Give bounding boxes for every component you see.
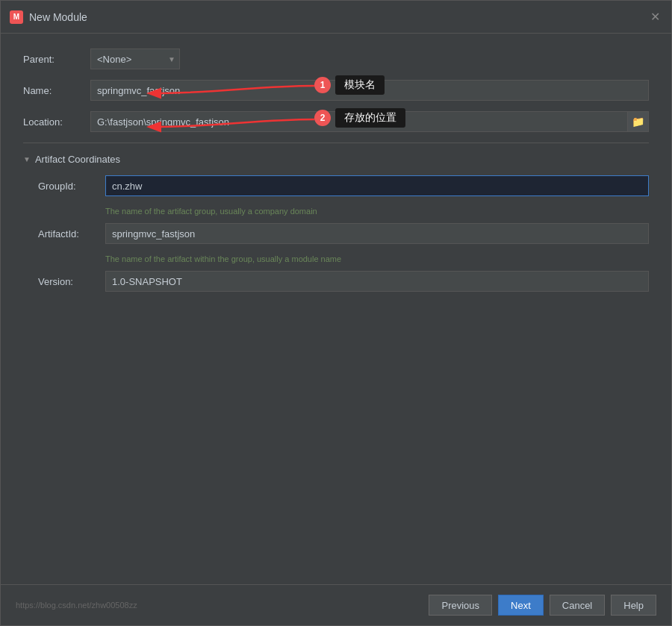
artifact-section-header[interactable]: ▼ Artifact Coordinates [23, 154, 649, 165]
parent-row: Parent: <None> ▼ [23, 48, 649, 69]
watermark: https://blog.csdn.net/zhw00508zz [16, 601, 137, 610]
parent-label: Parent: [23, 54, 90, 65]
groupid-input[interactable] [105, 175, 649, 196]
close-button[interactable]: ✕ [647, 10, 662, 25]
artifactid-hint: The name of the artifact within the grou… [105, 254, 649, 263]
artifact-section-content: GroupId: The name of the artifact group,… [23, 175, 649, 292]
location-label: Location: [23, 116, 90, 128]
artifactid-row: ArtifactId: [38, 223, 649, 244]
version-row: Version: [38, 271, 649, 292]
name-input[interactable] [90, 80, 649, 101]
title-bar: M New Module ✕ [1, 1, 671, 34]
location-row: Location: 📁 [23, 111, 649, 132]
version-input[interactable] [105, 271, 649, 292]
dialog: M New Module ✕ Parent: <None> ▼ Name: Lo… [0, 0, 672, 626]
app-icon: M [10, 10, 23, 24]
form-content: Parent: <None> ▼ Name: Location: 📁 ▼ Art… [1, 34, 671, 584]
artifactid-label: ArtifactId: [38, 228, 105, 240]
groupid-row: GroupId: [38, 175, 649, 196]
footer: https://blog.csdn.net/zhw00508zz Previou… [1, 584, 671, 625]
parent-select-wrapper: <None> ▼ [90, 48, 180, 69]
name-row: Name: [23, 80, 649, 101]
cancel-button[interactable]: Cancel [550, 595, 605, 616]
groupid-label: GroupId: [38, 181, 105, 192]
browse-button[interactable]: 📁 [628, 111, 649, 132]
dialog-title: New Module [29, 11, 87, 23]
separator [23, 143, 649, 143]
name-label: Name: [23, 85, 90, 96]
help-button[interactable]: Help [611, 595, 656, 616]
parent-select[interactable]: <None> [90, 48, 180, 69]
next-button[interactable]: Next [498, 595, 544, 616]
expand-icon: ▼ [23, 155, 31, 163]
groupid-hint: The name of the artifact group, usually … [105, 207, 649, 216]
artifact-section-title: Artifact Coordinates [35, 154, 120, 165]
version-label: Version: [38, 276, 105, 287]
artifactid-input[interactable] [105, 223, 649, 244]
previous-button[interactable]: Previous [429, 595, 492, 616]
location-input[interactable] [90, 111, 628, 132]
